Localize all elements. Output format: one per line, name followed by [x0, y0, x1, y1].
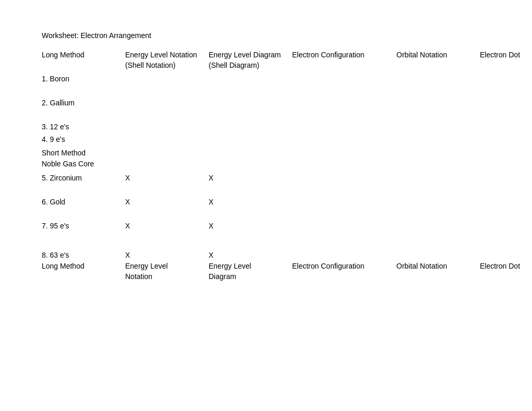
footer-col2: Energy LevelNotation	[125, 261, 209, 282]
footer-col3: Energy LevelDiagram	[209, 261, 292, 282]
row-9e-col6	[480, 135, 532, 143]
row-9e-name: 4. 9 e's	[42, 135, 125, 143]
row-63e-col4	[292, 251, 396, 259]
row-63e-col5	[396, 251, 480, 259]
row-boron-name: 1. Boron	[42, 75, 125, 83]
footer-col5: Orbital Notation	[396, 261, 480, 272]
header-col1: Long Method	[42, 50, 125, 61]
worksheet-title: Worksheet: Electron Arrangement	[42, 31, 490, 40]
header-col2: Energy Level Notation(Shell Notation)	[125, 50, 209, 70]
row-boron: 1. Boron	[42, 75, 490, 83]
row-zirconium-col2: X	[125, 174, 209, 182]
short-method-label: Short Method Noble Gas Core	[42, 148, 490, 170]
row-gallium-name: 2. Gallium	[42, 99, 125, 107]
row-9e: 4. 9 e's	[42, 135, 490, 143]
row-zirconium: 5. Zirconium X X	[42, 174, 490, 182]
header-row: Long Method Energy Level Notation(Shell …	[42, 50, 490, 70]
row-gold-col3: X	[209, 198, 292, 206]
row-gold: 6. Gold X X	[42, 198, 490, 206]
footer-col1: Long Method	[42, 261, 125, 272]
row-95e-col2: X	[125, 222, 209, 230]
header-col3: Energy Level Diagram(Shell Diagram)	[209, 50, 292, 70]
row-95e-name: 7. 95 e's	[42, 222, 125, 230]
row-95e-col5	[396, 222, 480, 230]
header-col4: Electron Configuration	[292, 50, 396, 61]
row-gallium: 2. Gallium	[42, 99, 490, 107]
bottom-header-row: Long Method Energy LevelNotation Energy …	[42, 261, 490, 282]
header-col5: Orbital Notation	[396, 50, 480, 61]
row-9e-col3	[209, 135, 292, 143]
row-95e-col3: X	[209, 222, 292, 230]
row-12e: 3. 12 e's	[42, 123, 490, 131]
footer-col6: Electron Dot	[480, 261, 532, 272]
row-63e-col6	[480, 251, 532, 259]
row-63e: 8. 63 e's X X	[42, 251, 490, 259]
row-95e-col6	[480, 222, 532, 230]
row-63e-name: 8. 63 e's	[42, 251, 125, 259]
row-63e-col2: X	[125, 251, 209, 259]
footer-col4: Electron Configuration	[292, 261, 396, 272]
row-zirconium-col3: X	[209, 174, 292, 182]
row-9e-col4	[292, 135, 396, 143]
row-zirconium-name: 5. Zirconium	[42, 174, 125, 182]
row-12e-name: 3. 12 e's	[42, 123, 125, 131]
header-col6: Electron Dot	[480, 50, 532, 61]
row-9e-col2	[125, 135, 209, 143]
row-9e-col5	[396, 135, 480, 143]
row-95e: 7. 95 e's X X	[42, 222, 490, 230]
row-95e-col4	[292, 222, 396, 230]
row-gold-col2: X	[125, 198, 209, 206]
row-63e-col3: X	[209, 251, 292, 259]
row-gold-name: 6. Gold	[42, 198, 125, 206]
